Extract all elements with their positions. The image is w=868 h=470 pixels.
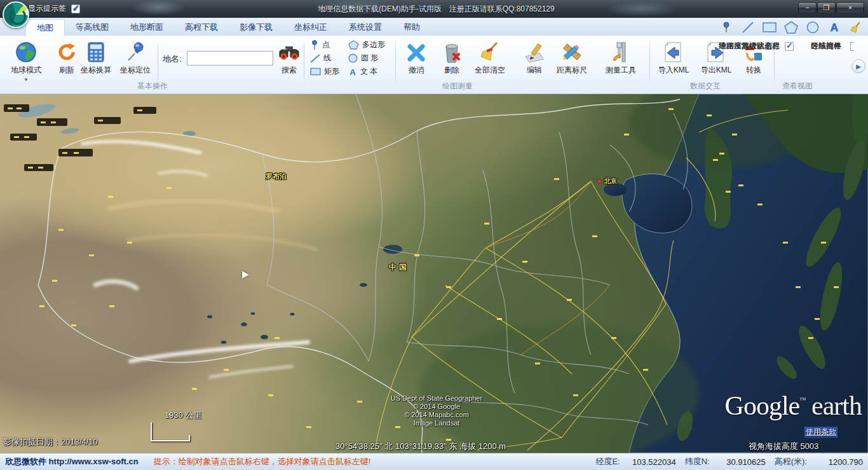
- altitude-value: 1200.790: [816, 457, 863, 467]
- hint-text: 提示：绘制对象请点击鼠标右键，选择对象请点击鼠标左键!: [154, 456, 371, 467]
- placename-label: 地名:: [163, 53, 182, 65]
- ribbon-tabs: 地图 等高线图 地形断面 高程下载 影像下载 坐标纠正 系统设置 帮助 A: [0, 18, 868, 36]
- view-option-graticule[interactable]: 经纬网格: [811, 41, 854, 52]
- capital-star-icon: ★: [596, 177, 602, 184]
- window-title: 地理信息数据下载(DEM)助手-试用版 注册正版请联系QQ:807852129: [318, 4, 555, 15]
- minimize-button[interactable]: −: [798, 2, 817, 13]
- broom-icon[interactable]: [849, 20, 863, 34]
- latitude-label: 纬度N:: [685, 456, 710, 467]
- trash-icon: [441, 38, 463, 63]
- tab-help[interactable]: 帮助: [393, 19, 431, 36]
- latitude-value: 30.910625: [719, 457, 766, 467]
- undo-x-icon: [406, 38, 426, 63]
- svg-text:A: A: [349, 67, 356, 76]
- search-button[interactable]: 搜索: [270, 38, 308, 76]
- draw-text-button[interactable]: A 文 本: [348, 66, 385, 77]
- view-option-scalebar[interactable]: 地图缩放级比例尺 ✓: [719, 41, 794, 52]
- group-label-basic: 基本操作: [95, 81, 210, 92]
- statusbar: 欣思微软件 http://www.xsw-soft.cn 提示：绘制对象请点击鼠…: [0, 453, 868, 470]
- group-label-view: 查看视图: [750, 81, 845, 92]
- titlebar: 显示提示签 ✓ 地理信息数据下载(DEM)助手-试用版 注册正版请联系QQ:80…: [0, 0, 868, 18]
- ribbon: 地球模式 ▾ 刷新 坐标换算 坐标定位 地名:: [0, 36, 868, 94]
- rectangle-icon[interactable]: [763, 20, 776, 34]
- draw-circle-button[interactable]: 圆 形: [348, 53, 385, 64]
- import-kml-button[interactable]: 导入KML: [653, 38, 694, 76]
- tab-map[interactable]: 地图: [25, 19, 65, 36]
- scale-bar-shape: [151, 422, 190, 441]
- map-label-beijing: ★ 北京: [596, 177, 617, 186]
- group-label-draw: 绘图测量: [394, 81, 521, 92]
- coord-locate-button[interactable]: 坐标定位: [114, 38, 156, 76]
- tab-system-settings[interactable]: 系统设置: [338, 19, 393, 36]
- broom-icon: [479, 38, 501, 63]
- show-tips-checkbox[interactable]: ✓: [71, 4, 80, 13]
- text-icon[interactable]: A: [827, 20, 841, 34]
- longitude-label: 经度E:: [595, 456, 620, 467]
- text-icon: A: [348, 67, 357, 76]
- polygon-icon[interactable]: [784, 20, 798, 34]
- earth-mode-button[interactable]: 地球模式 ▾: [5, 38, 47, 83]
- tab-contour[interactable]: 等高线图: [65, 19, 119, 36]
- clear-all-button[interactable]: 全部清空: [465, 38, 515, 76]
- mouse-cursor: [242, 271, 249, 279]
- line-icon[interactable]: [741, 20, 755, 34]
- show-tips-label: 显示提示签: [28, 3, 66, 14]
- ribbon-overflow-button[interactable]: ▶: [851, 59, 865, 73]
- binoculars-icon: [277, 38, 301, 63]
- app-logo-icon[interactable]: [3, 1, 29, 28]
- coord-convert-button[interactable]: 坐标换算: [75, 38, 117, 76]
- pushpin-icon: [125, 38, 146, 63]
- distance-ruler-button[interactable]: 距离标尺: [548, 38, 596, 76]
- polygon-icon: [348, 40, 359, 50]
- tab-elevation-download[interactable]: 高程下载: [174, 19, 229, 36]
- draw-line-button[interactable]: 线: [310, 53, 339, 64]
- google-earth-logo: Google™earth: [725, 391, 862, 421]
- tab-coord-correction[interactable]: 坐标纠正: [283, 19, 338, 36]
- circle-icon: [348, 53, 358, 63]
- edit-pencil-icon: [523, 38, 546, 63]
- caliper-icon: [611, 38, 631, 63]
- pin-icon: [310, 40, 319, 50]
- map-label-china: 中国: [389, 262, 409, 273]
- globe-icon: [15, 38, 37, 63]
- map-label-lopnur: 罗布泊: [266, 172, 287, 181]
- circle-icon[interactable]: [806, 20, 820, 34]
- map-copyright: US Dept of State Geographer © 2014 Googl…: [379, 394, 494, 427]
- checkbox-graticule[interactable]: [850, 42, 854, 51]
- map-viewport[interactable]: 罗布泊 中国 ★ 北京 N: [0, 94, 868, 453]
- line-icon: [310, 54, 320, 63]
- scale-text: 1930 公里: [165, 410, 202, 421]
- group-label-data: 数据交互: [658, 81, 753, 92]
- pin-icon[interactable]: [719, 20, 733, 34]
- measure-tool-button[interactable]: 测量工具: [596, 38, 646, 76]
- draw-polygon-button[interactable]: 多边形: [348, 39, 385, 50]
- checkbox-scalebar[interactable]: ✓: [785, 42, 794, 51]
- app-window: 显示提示签 ✓ 地理信息数据下载(DEM)助手-试用版 注册正版请联系QQ:80…: [0, 0, 868, 470]
- calculator-icon: [86, 38, 105, 63]
- maximize-button[interactable]: ❐: [817, 2, 836, 13]
- draw-point-button[interactable]: 点: [310, 39, 339, 50]
- view-altitude-readout: 视角海拔高度 5003: [749, 441, 819, 452]
- draw-rect-button[interactable]: 矩形: [310, 66, 339, 77]
- altitude-label: 高程(米):: [775, 456, 807, 467]
- terms-of-use-link[interactable]: 使用条款: [804, 427, 837, 438]
- chevron-down-icon: ▾: [25, 76, 28, 83]
- svg-text:A: A: [831, 22, 838, 33]
- vendor-link[interactable]: 欣思微软件 http://www.xsw-soft.cn: [5, 456, 139, 467]
- map-scale-bar: 1930 公里: [151, 410, 202, 441]
- ruler-pencil-icon: [560, 38, 583, 63]
- tab-imagery-download[interactable]: 影像下载: [229, 19, 283, 36]
- placename-input[interactable]: [187, 51, 273, 66]
- rectangle-icon: [310, 67, 321, 76]
- refresh-icon: [56, 38, 78, 63]
- imagery-date-label: 影像拍摄日期：2013/4/10: [3, 436, 98, 448]
- longitude-value: 103.522034: [629, 457, 676, 467]
- map-coords-readout: 30°54'38.25" 北 103°31'19.33" 东 海拔 1200 m: [336, 441, 506, 452]
- close-button[interactable]: ×: [836, 2, 864, 13]
- import-kml-icon: [663, 38, 684, 63]
- tab-terrain-profile[interactable]: 地形断面: [119, 19, 174, 36]
